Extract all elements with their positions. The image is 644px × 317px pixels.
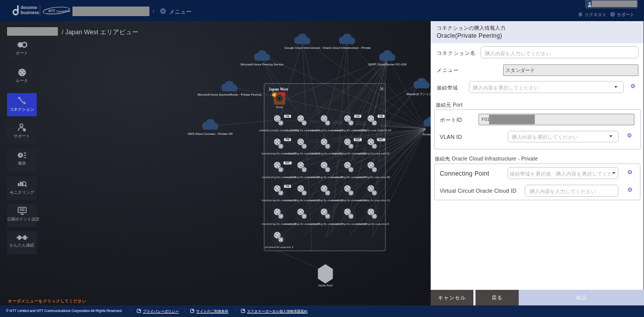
svg-text:NAT: NAT (379, 138, 384, 141)
svg-text:SDPF Cloud/Server FIC-GW: SDPF Cloud/Server FIC-GW (368, 63, 407, 66)
svg-text:FW: FW (286, 185, 290, 188)
svg-text:Japan West: Japan West (269, 87, 288, 92)
svg-text:?: ? (629, 171, 630, 174)
svg-text:Japan East: Japan East (318, 284, 333, 287)
svg-text:?: ? (629, 189, 630, 191)
svg-text:NAT: NAT (355, 138, 360, 141)
svg-text:Google Cloud Interconnect: Google Cloud Interconnect (284, 46, 320, 49)
svg-text:?: ? (629, 134, 630, 137)
svg-text:FW: FW (356, 115, 360, 118)
svg-text:FW: FW (286, 138, 290, 141)
svg-text:Microsoft Azure ExpressRoute -: Microsoft Azure ExpressRoute - Private P… (197, 93, 261, 96)
svg-text:Communications: Communications (56, 10, 70, 13)
svg-text:AWS Direct Connect - Private V: AWS Direct Connect - Private VIF (188, 132, 233, 135)
svg-text:FW: FW (379, 115, 383, 118)
svg-text:monitoring-fic-osa-nat-02: monitoring-fic-osa-nat-02 (356, 151, 390, 155)
svg-text:Microsoft Azure Peering Servic: Microsoft Azure Peering Service (240, 63, 284, 66)
svg-text:?: ? (632, 85, 634, 88)
svg-text:monitoring-fic-osa-uno-5: monitoring-fic-osa-uno-5 (356, 222, 389, 225)
svg-text:Oracle Cloud Infrastructure -: Oracle Cloud Infrastructure - Private (323, 46, 371, 49)
svg-text:NAT: NAT (285, 162, 290, 165)
svg-text:?: ? (612, 13, 614, 16)
svg-text:ort-area-fic-osa-ecl-1: ort-area-fic-osa-ecl-1 (265, 245, 293, 249)
svg-text:cfwa03bp3c-osa-cfwa03-04: cfwa03bp3c-osa-cfwa03-04 (354, 128, 391, 132)
svg-text:monitoring-fic-osa-uno-09: monitoring-fic-osa-uno-09 (355, 175, 390, 179)
svg-text:NTT: NTT (48, 9, 55, 13)
svg-text:FW: FW (286, 115, 290, 118)
svg-text:Ports: Ports (276, 106, 283, 109)
svg-text:Arcsta: Arcsta (423, 133, 431, 136)
svg-text:Wasabiオブジェクトストレ: Wasabiオブジェクトストレ (407, 92, 431, 96)
svg-text:monitoring-fic-osa-uno-11: monitoring-fic-osa-uno-11 (355, 198, 390, 202)
